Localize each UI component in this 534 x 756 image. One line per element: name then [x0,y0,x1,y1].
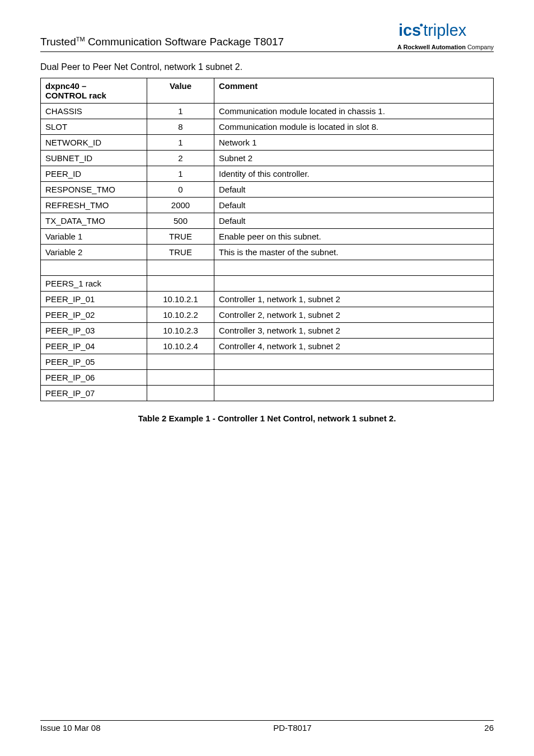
table-row: PEER_IP_06 [41,370,494,386]
table-row: PEER_ID1Identity of this controller. [41,166,494,182]
table-row: SUBNET_ID2Subnet 2 [41,151,494,166]
table-row: PEER_IP_0310.10.2.3Controller 3, network… [41,323,494,339]
svg-text:triplex: triplex [423,21,467,39]
table-header-row: dxpnc40 – CONTROL rack Value Comment [41,78,494,104]
table-row: PEER_IP_05 [41,354,494,370]
ics-triplex-logo: ics triplex [399,21,494,40]
section-subhead: Dual Peer to Peer Net Control, network 1… [40,62,494,72]
page-footer: Issue 10 Mar 08 PD-T8017 26 [40,720,494,732]
table-row: SLOT8Communication module is located in … [41,119,494,135]
col-header-value: Value [147,78,214,104]
title-suffix: Communication Software Package T8017 [85,36,284,48]
col-header-key: dxpnc40 – CONTROL rack [41,78,147,104]
tm-mark: TM [76,36,85,43]
page-header: TrustedTM Communication Software Package… [40,21,494,52]
title-prefix: Trusted [40,36,76,48]
table-row: PEER_IP_0410.10.2.4Controller 4, network… [41,339,494,354]
table-row: REFRESH_TMO2000Default [41,198,494,213]
table-row: PEERS_1 rack [41,276,494,292]
table-row: NETWORK_ID1Network 1 [41,135,494,151]
logo-tagline: A Rockwell Automation Company [397,44,494,50]
table-row [41,260,494,276]
footer-right: 26 [484,723,494,732]
table-row: PEER_IP_0110.10.2.1Controller 1, network… [41,292,494,307]
tagline-thin: Company [466,44,494,50]
table-body: CHASSIS1Communication module located in … [41,104,494,401]
net-control-table: dxpnc40 – CONTROL rack Value Comment CHA… [40,78,494,401]
table-row: Variable 1TRUEEnable peer on this subnet… [41,229,494,245]
svg-point-2 [420,24,423,26]
doc-title: TrustedTM Communication Software Package… [40,36,284,50]
table-row: CHASSIS1Communication module located in … [41,104,494,119]
footer-left: Issue 10 Mar 08 [40,723,101,732]
table-row: TX_DATA_TMO500Default [41,213,494,229]
table-row: RESPONSE_TMO0Default [41,182,494,198]
tagline-bold: A Rockwell Automation [397,44,466,50]
svg-text:ics: ics [399,21,421,39]
table-caption: Table 2 Example 1 - Controller 1 Net Con… [40,414,494,423]
col-header-comment: Comment [214,78,494,104]
table-row: PEER_IP_0210.10.2.2Controller 2, network… [41,307,494,323]
table-row: PEER_IP_07 [41,386,494,401]
table-row: Variable 2TRUEThis is the master of the … [41,245,494,260]
footer-center: PD-T8017 [273,723,311,732]
logo-block: ics triplex A Rockwell Automation Compan… [397,21,494,50]
